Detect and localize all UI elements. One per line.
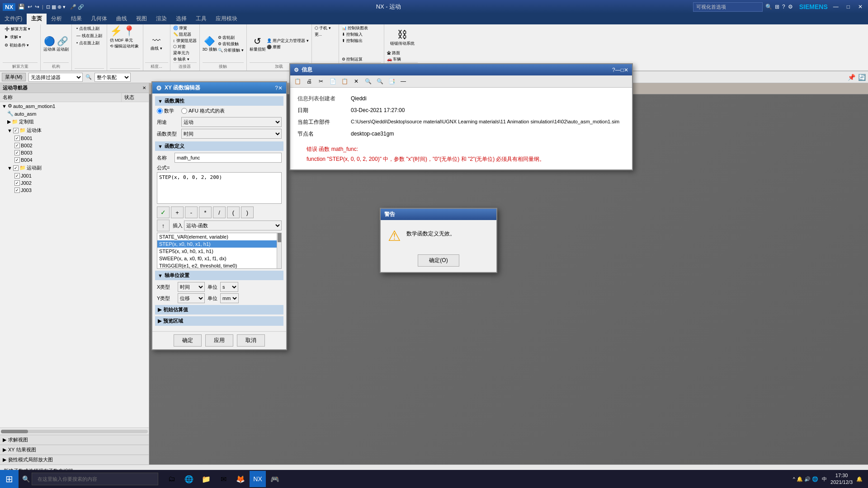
curve-btn[interactable]: 〰 bbox=[152, 36, 160, 46]
check-btn[interactable]: ✓ bbox=[157, 206, 170, 218]
nav-close-btn[interactable]: ✕ bbox=[142, 85, 146, 90]
x-unit-select[interactable]: s bbox=[220, 282, 238, 292]
info-toolbar-btn5[interactable]: 📋 bbox=[339, 76, 350, 86]
point-on-curve-btn[interactable]: • 点在线上副 bbox=[75, 25, 104, 32]
tree-item-auto-asm[interactable]: 🔧auto_asm bbox=[0, 110, 149, 117]
tree-item-b001[interactable]: ✓B001 bbox=[0, 135, 149, 142]
bearing-btn[interactable]: ⚙ 轴承 ▾ bbox=[173, 56, 197, 62]
settings-icon[interactable]: ⚙ bbox=[788, 4, 793, 10]
section-initial[interactable]: ▶初始估算值 bbox=[155, 305, 283, 314]
search-icon[interactable]: 🔍 bbox=[765, 4, 772, 10]
function-list[interactable]: STATE_VAR(element, variable) STEP(x, x0,… bbox=[157, 233, 282, 269]
tab-render[interactable]: 渲染 bbox=[151, 14, 171, 24]
radio-math[interactable]: 数学 bbox=[157, 108, 174, 114]
radio-afu[interactable]: AFU 格式式的表 bbox=[181, 108, 225, 114]
spring-btn[interactable]: 🌀 弹簧 bbox=[173, 25, 197, 31]
damper-btn[interactable]: 📏 阻尼器 bbox=[173, 32, 197, 38]
section-axis-units[interactable]: ▼轴单位设置 bbox=[155, 271, 283, 280]
taskbar-btn-game[interactable]: 🎮 bbox=[267, 471, 283, 487]
section-preview[interactable]: ▶预览区域 bbox=[155, 316, 283, 326]
menu-label[interactable]: 菜单(M) bbox=[2, 73, 26, 81]
tree-item-j002[interactable]: ✓J002 bbox=[0, 179, 149, 187]
quick-access-undo[interactable]: ↩ bbox=[28, 4, 32, 10]
close-btn[interactable]: ✕ bbox=[855, 3, 865, 11]
toolbar-icon-2[interactable]: 🔄 bbox=[858, 73, 866, 81]
line-on-surface-btn[interactable]: — 线在面上副 bbox=[75, 33, 104, 39]
tab-curves[interactable]: 曲线 bbox=[112, 14, 132, 24]
list-item-statevar[interactable]: STATE_VAR(element, variable) bbox=[157, 233, 281, 240]
info-toolbar-btn1[interactable]: 📋 bbox=[292, 76, 303, 86]
taskbar-btn-folder[interactable]: 📁 bbox=[198, 471, 214, 487]
tab-analysis[interactable]: 分析 bbox=[47, 14, 66, 24]
info-toolbar-btn3[interactable]: ✂ bbox=[316, 76, 326, 86]
taskbar-btn-mail[interactable]: ✉ bbox=[215, 471, 231, 487]
formula-input[interactable] bbox=[157, 172, 282, 204]
road-btn[interactable]: 🛣 路面 bbox=[387, 50, 418, 56]
purpose-select[interactable]: 运动 bbox=[181, 117, 282, 127]
tree-item-b002[interactable]: ✓B002 bbox=[0, 142, 149, 149]
list-item-step[interactable]: STEP(x, x0, h0, x1, h1) bbox=[157, 240, 281, 248]
collapse-xy-view[interactable]: ▶XY 结果视图 bbox=[0, 445, 149, 455]
menu-file[interactable]: 文件(F) bbox=[0, 14, 27, 24]
tab-modules[interactable]: 应用模块 bbox=[211, 14, 242, 24]
tree-item-root[interactable]: ▼⚙auto_asm_motion1 bbox=[0, 102, 149, 110]
info-toolbar-btn7[interactable]: 🔍 bbox=[363, 76, 373, 86]
tree-item-motion-body[interactable]: ▼✓📁运动体 bbox=[0, 126, 149, 135]
motion-joint-btn[interactable]: 🔗 bbox=[57, 36, 68, 47]
beam-force-btn[interactable]: 梁单元力 bbox=[173, 50, 197, 56]
info-close-btn[interactable]: ✕ bbox=[624, 67, 628, 73]
info-toolbar-btn2[interactable]: 🖨 bbox=[304, 76, 315, 86]
tab-select[interactable]: 选择 bbox=[171, 14, 191, 24]
calc-divide[interactable]: / bbox=[213, 206, 226, 218]
calc-multiply[interactable]: * bbox=[199, 206, 212, 218]
gear-touch-btn[interactable]: ⚙ 齿轮接触 bbox=[218, 41, 244, 47]
calc-plus[interactable]: + bbox=[171, 206, 184, 218]
info-toolbar-btn8[interactable]: 🔍 bbox=[374, 76, 385, 86]
task-search[interactable]: 🔍 bbox=[22, 475, 30, 483]
list-item-sweep[interactable]: SWEEP(x, a, x0, f0, x1, f1, dx) bbox=[157, 255, 281, 262]
control-input-btn[interactable]: ⬇ 控制输入 bbox=[342, 32, 381, 38]
spring-damper-btn[interactable]: ↕ 弹簧阻尼器 bbox=[173, 38, 197, 44]
calc-lparen[interactable]: ( bbox=[227, 206, 240, 218]
info-toolbar-btn6[interactable]: ✕ bbox=[351, 76, 362, 86]
search-box[interactable]: 可视化首选项 bbox=[693, 2, 763, 12]
taskbar-btn-1[interactable]: 🗂 bbox=[164, 471, 180, 487]
minimize-btn[interactable]: — bbox=[830, 3, 841, 11]
info-toolbar-btn9[interactable]: 📑 bbox=[386, 76, 397, 86]
more-btn[interactable]: 更... bbox=[315, 32, 336, 38]
deform-obj-btn[interactable]: ⟲ 编辑运动对象 bbox=[110, 43, 139, 49]
motion-body-btn[interactable]: 🔵 bbox=[44, 36, 55, 47]
tab-geometry[interactable]: 几何体 bbox=[86, 14, 112, 24]
tab-results[interactable]: 结果 bbox=[66, 14, 86, 24]
initial-cond-btn[interactable]: ⚙ 初始条件 ▾ bbox=[3, 42, 38, 49]
quick-access-save[interactable]: 💾 bbox=[18, 4, 25, 10]
sub-machine-btn[interactable]: ⬡ 子机 ▾ bbox=[315, 25, 336, 31]
mdf-unit-btn[interactable]: 仿 MDF 单元 bbox=[110, 38, 139, 43]
tree-item-custom-group[interactable]: ▶📁定制组 bbox=[0, 117, 149, 126]
notification-btn[interactable]: 🔔 bbox=[856, 476, 863, 482]
xy-cancel-btn[interactable]: 取消 bbox=[237, 334, 265, 347]
calc-minus[interactable]: - bbox=[185, 206, 198, 218]
tree-item-motion-joint[interactable]: ▼✓📁运动副 bbox=[0, 164, 149, 172]
start-button[interactable]: ⊞ bbox=[0, 470, 19, 488]
tree-item-j003[interactable]: ✓J003 bbox=[0, 187, 149, 194]
x-type-select[interactable]: 时间 bbox=[178, 282, 205, 292]
collapse-solver-view[interactable]: ▶求解视图 bbox=[0, 435, 149, 445]
insert-select[interactable]: 运动-函数 bbox=[184, 221, 282, 230]
up-btn[interactable]: ↑ bbox=[157, 220, 170, 231]
expand-icon[interactable]: ⊞ bbox=[775, 4, 779, 10]
analysis-contact-btn[interactable]: 🔍 分析接触 ▾ bbox=[218, 47, 244, 53]
assembly-select[interactable]: 整个装配 bbox=[94, 73, 131, 82]
xy-editor-close[interactable]: ✕ bbox=[278, 85, 283, 91]
marker-btn[interactable]: 📍 bbox=[123, 25, 135, 37]
help-icon[interactable]: ? bbox=[782, 4, 785, 10]
name-input[interactable] bbox=[175, 153, 282, 163]
vehicle-btn[interactable]: 🚗 车辆 bbox=[387, 56, 418, 62]
info-help-btn[interactable]: ? bbox=[612, 67, 615, 73]
xy-editor-help[interactable]: ? bbox=[275, 85, 278, 91]
contact-btn[interactable]: ⬡ 对套 bbox=[173, 44, 197, 50]
search-input[interactable] bbox=[32, 473, 158, 485]
point-on-surface-btn[interactable]: • 点在面上副 bbox=[75, 40, 104, 47]
tree-item-j001[interactable]: ✓J001 bbox=[0, 172, 149, 179]
tab-view[interactable]: 视图 bbox=[132, 14, 151, 24]
